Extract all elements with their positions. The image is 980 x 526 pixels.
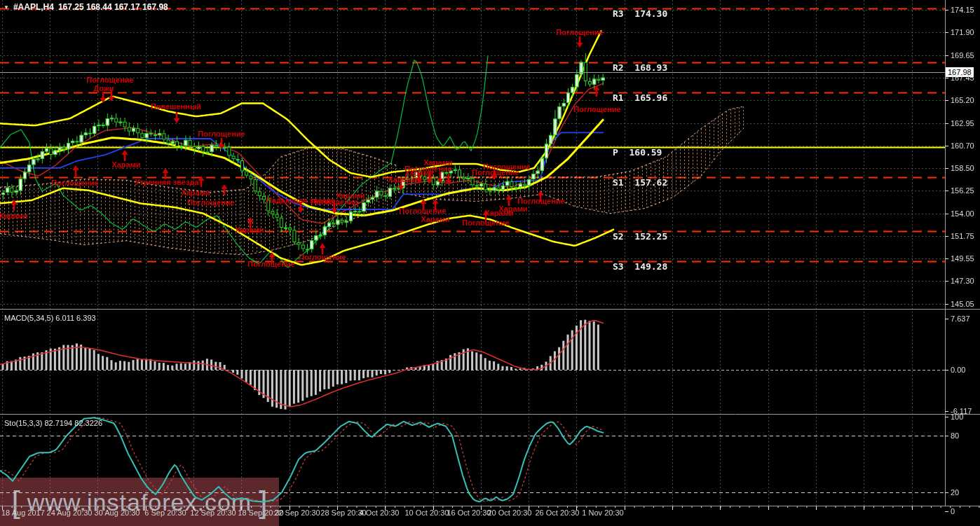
price-chart-canvas[interactable] [0,0,980,526]
terminal-chart-window: [ www.instaforex.com ] ▼ #AAPL,H4 167.25… [0,0,980,526]
